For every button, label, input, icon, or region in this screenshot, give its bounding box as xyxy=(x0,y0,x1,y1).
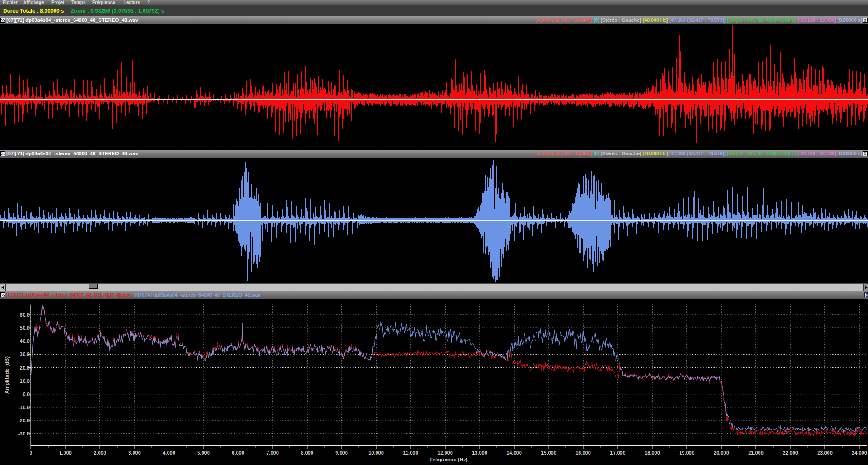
svg-text:6,000: 6,000 xyxy=(232,450,244,455)
svg-text:14,000: 14,000 xyxy=(506,450,522,455)
svg-text:Amplitude (dB): Amplitude (dB) xyxy=(4,356,10,394)
svg-text:-30.0: -30.0 xyxy=(18,431,30,436)
svg-text:15,000: 15,000 xyxy=(541,450,556,455)
svg-text:21,000: 21,000 xyxy=(748,450,764,455)
svg-text:0: 0 xyxy=(30,450,32,455)
svg-text:-10.0: -10.0 xyxy=(18,405,30,410)
svg-text:24,000: 24,000 xyxy=(852,450,867,455)
svg-text:40.0: 40.0 xyxy=(20,338,30,344)
svg-text:20,000: 20,000 xyxy=(714,450,729,455)
svg-text:Fréquence (Hz): Fréquence (Hz) xyxy=(430,457,467,462)
svg-text:17,000: 17,000 xyxy=(610,450,625,455)
svg-text:7,000: 7,000 xyxy=(266,450,279,455)
svg-text:22,000: 22,000 xyxy=(783,450,798,455)
svg-text:60.0: 60.0 xyxy=(20,312,30,317)
svg-text:0.0: 0.0 xyxy=(23,391,30,397)
svg-text:12,000: 12,000 xyxy=(437,450,453,455)
svg-text:10.0: 10.0 xyxy=(20,378,30,384)
svg-text:10,000: 10,000 xyxy=(368,450,384,455)
svg-text:1,000: 1,000 xyxy=(59,450,72,455)
svg-text:4,000: 4,000 xyxy=(163,450,175,455)
svg-text:23,000: 23,000 xyxy=(817,450,833,455)
svg-text:5,000: 5,000 xyxy=(197,450,210,455)
svg-text:-20.0: -20.0 xyxy=(18,418,30,423)
svg-text:30.0: 30.0 xyxy=(20,351,30,357)
svg-text:8,000: 8,000 xyxy=(301,450,313,455)
svg-text:11,000: 11,000 xyxy=(403,450,418,455)
svg-text:18,000: 18,000 xyxy=(645,450,660,455)
svg-text:20.0: 20.0 xyxy=(20,365,30,371)
svg-text:16,000: 16,000 xyxy=(575,450,591,455)
svg-text:19,000: 19,000 xyxy=(679,450,694,455)
svg-text:9,000: 9,000 xyxy=(335,450,348,455)
svg-text:50.0: 50.0 xyxy=(20,325,30,331)
svg-text:13,000: 13,000 xyxy=(472,450,487,455)
svg-text:3,000: 3,000 xyxy=(128,450,141,455)
svg-text:2,000: 2,000 xyxy=(94,450,106,455)
